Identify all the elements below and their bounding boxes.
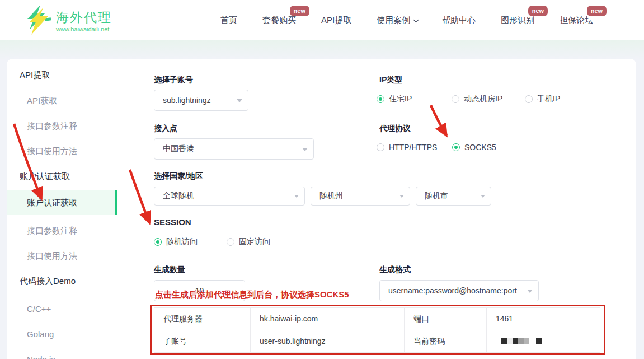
- nav-item-home[interactable]: 首页: [220, 15, 237, 26]
- radio-icon: [525, 95, 533, 103]
- sub-account-select[interactable]: sub.lightningz: [154, 90, 248, 111]
- sidebar-item-account-auth[interactable]: 账户认证获取: [7, 190, 117, 215]
- sidebar-item-golang[interactable]: Golang: [7, 321, 117, 347]
- count-label: 生成数量: [154, 265, 185, 275]
- radio-selected-icon: [377, 95, 384, 103]
- new-badge: new: [587, 6, 607, 16]
- new-badge: new: [290, 6, 309, 16]
- table-value-cell: user-sub.lightningz: [251, 330, 405, 353]
- content-card: API提取 API获取 接口参数注释 接口使用方法 账户认证获取 账户认证获取 …: [7, 59, 636, 359]
- page: 海外代理 www.haiwaidaili.net 首页 套餐购买new API提…: [0, 0, 644, 359]
- radio-selected-icon: [154, 238, 162, 246]
- nav-item-ocr[interactable]: 图形识别new: [501, 15, 534, 26]
- logo[interactable]: 海外代理 www.haiwaidaili.net: [25, 4, 112, 38]
- ip-datacenter-radio[interactable]: 动态机房IP: [452, 94, 502, 104]
- navbar: 海外代理 www.haiwaidaili.net 首页 套餐购买new API提…: [0, 0, 644, 40]
- sidebar-item-code-demo[interactable]: 代码接入Demo: [7, 268, 117, 293]
- caret-down-icon: [399, 195, 404, 200]
- caret-down-icon: [481, 195, 485, 200]
- table-label-cell: 代理服务器: [154, 308, 251, 330]
- annotation-text: 点击生成后添加代理信息到后台，协议选择SOCKS5: [155, 290, 349, 300]
- sidebar-item-api-extract[interactable]: API提取: [7, 62, 117, 87]
- sidebar-item-api-get[interactable]: API获取: [7, 88, 117, 113]
- radio-icon: [227, 238, 234, 246]
- format-label: 生成格式: [379, 265, 411, 275]
- radio-icon: [452, 95, 459, 103]
- session-fixed-radio[interactable]: 固定访问: [227, 237, 270, 247]
- protocol-http-radio[interactable]: HTTP/HTTPS: [377, 143, 437, 152]
- text-cursor: [496, 338, 496, 346]
- state-select[interactable]: 随机州: [311, 187, 410, 206]
- nav-item-forum[interactable]: 担保论坛new: [560, 15, 593, 26]
- nav-item-use-cases[interactable]: 使用案例: [377, 15, 417, 26]
- sidebar-item-c-cpp[interactable]: C/C++: [7, 296, 117, 321]
- sidebar-item-usage-2[interactable]: 接口使用方法: [7, 243, 117, 268]
- brand-name: 海外代理: [56, 10, 112, 25]
- lightning-bolt-icon: [25, 4, 53, 38]
- session-label: SESSION: [154, 217, 191, 227]
- ip-type-label: IP类型: [379, 75, 402, 85]
- brand-url: www.haiwaidaili.net: [56, 26, 112, 32]
- nav-item-plans[interactable]: 套餐购买new: [262, 15, 296, 26]
- caret-down-icon: [302, 148, 308, 154]
- sidebar: API提取 API获取 接口参数注释 接口使用方法 账户认证获取 账户认证获取 …: [7, 59, 117, 359]
- chevron-down-icon: [413, 17, 419, 22]
- sidebar-item-account-auth-header[interactable]: 账户认证获取: [7, 164, 117, 189]
- table-value-cell: 1461: [487, 308, 600, 330]
- access-point-label: 接入点: [154, 124, 177, 134]
- format-select[interactable]: username:password@hostname:port: [379, 280, 539, 301]
- region-label: 选择国家/地区: [154, 171, 203, 181]
- caret-down-icon: [237, 99, 242, 105]
- protocol-socks5-radio[interactable]: SOCKS5: [452, 143, 496, 152]
- nav-item-help-center[interactable]: 帮助中心: [442, 15, 476, 26]
- ip-residential-radio[interactable]: 住宅IP: [377, 94, 412, 104]
- sidebar-item-nodejs[interactable]: Node.js: [7, 347, 117, 359]
- access-point-select[interactable]: 中国香港: [154, 138, 314, 160]
- sidebar-item-param-notes-2[interactable]: 接口参数注释: [7, 218, 117, 243]
- radio-selected-icon: [452, 143, 460, 151]
- active-indicator-bar: [115, 190, 117, 215]
- ip-mobile-radio[interactable]: 手机IP: [525, 94, 560, 104]
- nav-item-api-extract[interactable]: API提取: [321, 15, 351, 26]
- radio-icon: [377, 143, 384, 151]
- country-select[interactable]: 全球随机: [154, 187, 305, 206]
- new-badge: new: [528, 6, 548, 16]
- sub-account-label: 选择子账号: [154, 75, 193, 85]
- main-nav: 首页 套餐购买new API提取 使用案例 帮助中心 图形识别new 担保论坛n…: [220, 0, 593, 40]
- table-label-cell: 端口: [405, 308, 487, 330]
- table-label-cell: 子账号: [154, 330, 251, 353]
- proxy-result-table: 代理服务器 hk.haiwai-ip.com 端口 1461 子账号 user-…: [154, 307, 600, 353]
- table-value-cell: hk.haiwai-ip.com: [251, 308, 405, 330]
- caret-down-icon: [294, 195, 299, 200]
- sidebar-item-usage[interactable]: 接口使用方法: [7, 138, 117, 164]
- city-select[interactable]: 随机市: [416, 187, 491, 206]
- sidebar-item-param-notes[interactable]: 接口参数注释: [7, 113, 117, 138]
- caret-down-icon: [527, 290, 533, 296]
- table-label-cell: 当前密码: [405, 330, 487, 353]
- protocol-label: 代理协议: [379, 124, 411, 134]
- masked-password-value: [487, 330, 600, 353]
- session-random-radio[interactable]: 随机访问: [154, 237, 198, 247]
